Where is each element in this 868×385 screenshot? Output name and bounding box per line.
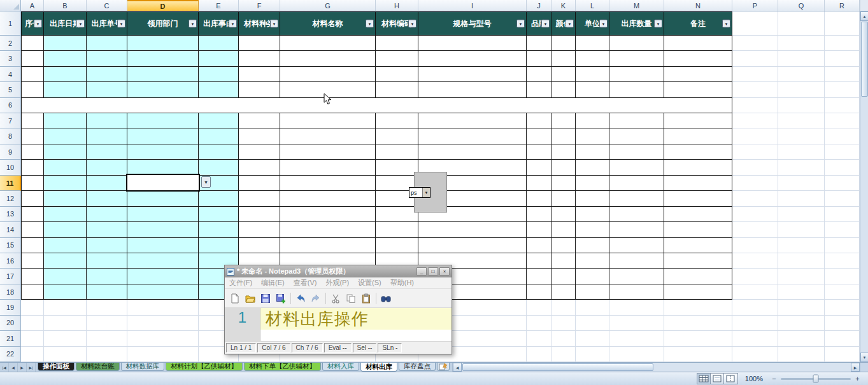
cell-K7[interactable] — [551, 113, 576, 129]
cell-A20[interactable] — [21, 316, 44, 331]
cell-D13[interactable] — [127, 207, 199, 222]
cell-H13[interactable] — [376, 207, 418, 222]
row-number-15[interactable]: 15 — [0, 238, 21, 253]
cell-C3[interactable] — [87, 51, 127, 66]
cell-Q9[interactable] — [778, 144, 825, 160]
row-number-8[interactable]: 8 — [0, 129, 21, 144]
cell-P11[interactable] — [732, 176, 778, 191]
cell-P4[interactable] — [732, 67, 778, 82]
cell-M20[interactable] — [609, 316, 664, 331]
header-cell-出库日期[interactable]: 出库日期▼ — [44, 11, 87, 36]
cell-F15[interactable] — [239, 238, 280, 253]
column-letter-P[interactable]: P — [732, 0, 778, 11]
cell-P19[interactable] — [732, 300, 778, 315]
cell-J7[interactable] — [527, 113, 551, 129]
cell-D14[interactable] — [127, 222, 199, 237]
cell-R14[interactable] — [825, 222, 860, 237]
cell-P3[interactable] — [732, 51, 778, 66]
cell-M11[interactable] — [609, 176, 664, 191]
cell-R8[interactable] — [825, 129, 860, 144]
column-letter-J[interactable]: J — [527, 0, 551, 11]
cell-P14[interactable] — [732, 222, 778, 237]
cell-Q14[interactable] — [778, 222, 825, 237]
cell-H2[interactable] — [376, 36, 418, 51]
cell-Q1[interactable] — [778, 11, 825, 36]
cell-J19[interactable] — [527, 300, 551, 315]
cell-D21[interactable] — [127, 331, 199, 346]
cell-L17[interactable] — [576, 269, 609, 284]
cell-K14[interactable] — [551, 222, 576, 237]
cell-R13[interactable] — [825, 207, 860, 222]
menu-item-文件(F)[interactable]: 文件(F) — [225, 278, 257, 288]
cell-I4[interactable] — [418, 67, 527, 82]
cell-K2[interactable] — [551, 36, 576, 51]
column-letter-E[interactable]: E — [199, 0, 239, 11]
column-letter-G[interactable]: G — [280, 0, 376, 11]
sheet-tab-材料出库[interactable]: 材料出库 — [360, 363, 397, 372]
cell-M3[interactable] — [609, 51, 664, 66]
filter-button-出库日期[interactable]: ▼ — [76, 20, 85, 28]
sheet-tab-材料入库[interactable]: 材料入库 — [322, 363, 359, 371]
cell-C19[interactable] — [87, 300, 127, 315]
close-button[interactable]: × — [439, 267, 450, 276]
zoom-slider[interactable]: − + — [770, 375, 862, 383]
cell-C15[interactable] — [87, 238, 127, 253]
cell-N2[interactable] — [664, 36, 732, 51]
cell-C9[interactable] — [87, 144, 127, 160]
last-sheet-button[interactable]: ▶| — [27, 363, 36, 372]
cell-J21[interactable] — [527, 331, 551, 346]
cell-P18[interactable] — [732, 284, 778, 300]
cell-B4[interactable] — [44, 67, 87, 82]
table-spacer-row[interactable] — [21, 98, 732, 113]
column-letter-R[interactable]: R — [825, 0, 860, 11]
cell-H7[interactable] — [376, 113, 418, 129]
cell-A2[interactable] — [21, 36, 44, 51]
cell-B2[interactable] — [44, 36, 87, 51]
row-number-7[interactable]: 7 — [0, 113, 21, 129]
cell-Q5[interactable] — [778, 82, 825, 97]
cell-L4[interactable] — [576, 67, 609, 82]
row-number-1[interactable]: 1 — [0, 11, 21, 36]
cell-P15[interactable] — [732, 238, 778, 253]
normal-view-button[interactable] — [697, 374, 711, 384]
cell-M17[interactable] — [609, 269, 664, 284]
cell-R4[interactable] — [825, 67, 860, 82]
cell-K12[interactable] — [551, 191, 576, 206]
cell-G11[interactable] — [280, 176, 376, 191]
cell-A10[interactable] — [21, 160, 44, 175]
filter-button-材料种类[interactable]: ▼ — [270, 20, 278, 28]
paste-icon[interactable] — [359, 291, 374, 306]
cell-L9[interactable] — [576, 144, 609, 160]
cell-D3[interactable] — [127, 51, 199, 66]
cell-C10[interactable] — [87, 160, 127, 175]
cell-E4[interactable] — [199, 67, 239, 82]
cell-N20[interactable] — [664, 316, 732, 331]
select-all-corner[interactable] — [0, 0, 21, 11]
cell-R6[interactable] — [825, 98, 860, 113]
cell-N19[interactable] — [664, 300, 732, 315]
cell-C8[interactable] — [87, 129, 127, 144]
cell-N15[interactable] — [664, 238, 732, 253]
cell-B17[interactable] — [44, 269, 87, 284]
cell-D9[interactable] — [127, 144, 199, 160]
filter-button-出库数量[interactable]: ▼ — [654, 20, 662, 28]
cell-A17[interactable] — [21, 269, 44, 284]
cell-A5[interactable] — [21, 82, 44, 97]
cell-Q17[interactable] — [778, 269, 825, 284]
header-cell-规格与型号[interactable]: 规格与型号▼ — [418, 11, 527, 36]
cell-B18[interactable] — [44, 284, 87, 300]
filter-button-材料编码[interactable]: ▼ — [408, 20, 416, 28]
editor-text-area[interactable]: 材料出库操作 — [260, 308, 452, 341]
notepad3-editor[interactable]: 1 材料出库操作 — [225, 308, 452, 341]
header-cell-出库数量[interactable]: 出库数量▼ — [609, 11, 664, 36]
cell-B15[interactable] — [44, 238, 87, 253]
cell-P17[interactable] — [732, 269, 778, 284]
cell-M22[interactable] — [609, 347, 664, 362]
cut-icon[interactable] — [328, 291, 343, 306]
cell-C21[interactable] — [87, 331, 127, 346]
cell-J5[interactable] — [527, 82, 551, 97]
column-letter-I[interactable]: I — [418, 0, 527, 11]
cell-N22[interactable] — [664, 347, 732, 362]
cell-R11[interactable] — [825, 176, 860, 191]
header-cell-序号[interactable]: 序号▼ — [21, 11, 44, 36]
